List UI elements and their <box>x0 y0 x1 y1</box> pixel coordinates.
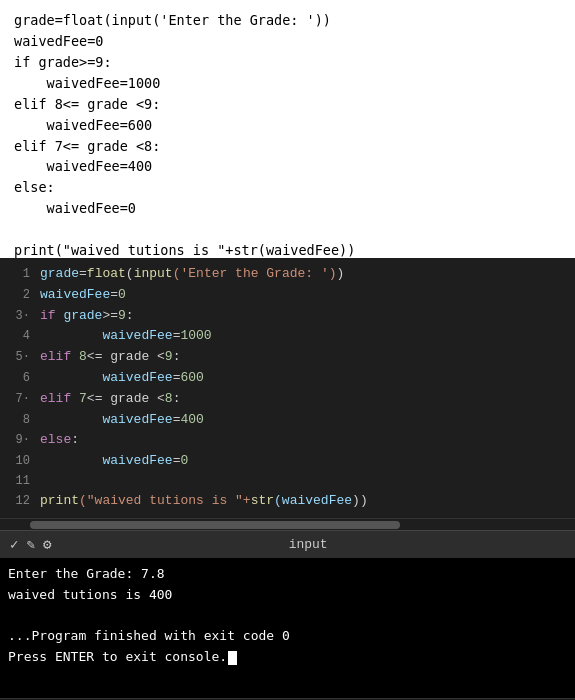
edit-icon[interactable]: ✎ <box>26 536 34 553</box>
line-number: 11 <box>6 472 30 491</box>
line-number: 4 <box>6 327 30 346</box>
line-content: print("waived tutions is "+str(waivedFee… <box>40 491 368 512</box>
line-number: 2 <box>6 286 30 305</box>
line-number: 10 <box>6 452 30 471</box>
editor-line: 9·else: <box>0 430 575 451</box>
cursor-block <box>228 651 237 665</box>
editor-line: 12print("waived tutions is "+str(waivedF… <box>0 491 575 512</box>
scrollbar-thumb[interactable] <box>30 521 400 529</box>
line-content: waivedFee=0 <box>40 285 126 306</box>
top-code-panel: grade=float(input('Enter the Grade: ')) … <box>0 0 575 258</box>
line-content: elif 8<= grade <9: <box>40 347 180 368</box>
editor-line: 3·if grade>=9: <box>0 306 575 327</box>
line-content: elif 7<= grade <8: <box>40 389 180 410</box>
line-content: grade=float(input('Enter the Grade: ')) <box>40 264 344 285</box>
toolbar-icons: ✓ ✎ ⚙ <box>10 536 51 553</box>
line-number: 7· <box>6 390 30 409</box>
line-number: 8 <box>6 411 30 430</box>
line-number: 9· <box>6 431 30 450</box>
editor-line: 11 <box>0 472 575 491</box>
code-editor: 1grade=float(input('Enter the Grade: '))… <box>0 258 575 518</box>
editor-line: 10 waivedFee=0 <box>0 451 575 472</box>
editor-line: 6 waivedFee=600 <box>0 368 575 389</box>
line-number: 3· <box>6 307 30 326</box>
top-code-text: grade=float(input('Enter the Grade: ')) … <box>14 10 561 258</box>
line-content: waivedFee=0 <box>40 451 188 472</box>
editor-line: 2waivedFee=0 <box>0 285 575 306</box>
editor-line: 7·elif 7<= grade <8: <box>0 389 575 410</box>
editor-lines: 1grade=float(input('Enter the Grade: '))… <box>0 258 575 518</box>
editor-line: 4 waivedFee=1000 <box>0 326 575 347</box>
line-content: else: <box>40 430 79 451</box>
line-number: 5· <box>6 348 30 367</box>
editor-line: 1grade=float(input('Enter the Grade: ')) <box>0 264 575 285</box>
line-number: 1 <box>6 265 30 284</box>
line-content: waivedFee=1000 <box>40 326 212 347</box>
toolbar-label: input <box>51 537 565 552</box>
toolbar-bar: ✓ ✎ ⚙ input <box>0 530 575 558</box>
console-text: Enter the Grade: 7.8 waived tutions is 4… <box>8 564 567 668</box>
line-content: waivedFee=600 <box>40 368 204 389</box>
settings-icon[interactable]: ⚙ <box>43 536 51 553</box>
line-number: 12 <box>6 492 30 511</box>
editor-line: 5·elif 8<= grade <9: <box>0 347 575 368</box>
editor-line: 8 waivedFee=400 <box>0 410 575 431</box>
line-content: waivedFee=400 <box>40 410 204 431</box>
console-output: Enter the Grade: 7.8 waived tutions is 4… <box>0 558 575 698</box>
editor-scrollbar[interactable] <box>0 518 575 530</box>
line-number: 6 <box>6 369 30 388</box>
line-content: if grade>=9: <box>40 306 134 327</box>
check-icon[interactable]: ✓ <box>10 536 18 553</box>
